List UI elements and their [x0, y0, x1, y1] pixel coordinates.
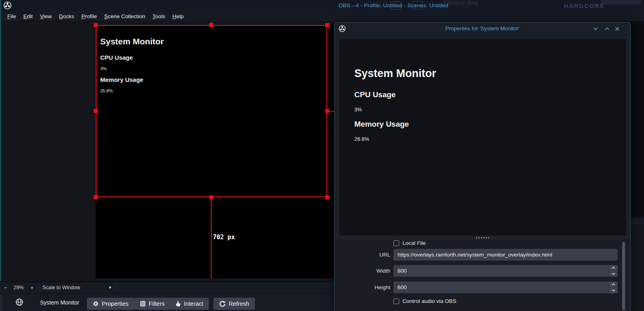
obs-logo-icon: [3, 1, 12, 10]
handle-mid-left[interactable]: [94, 109, 98, 113]
overlay-mem-value: 26.8%: [354, 136, 436, 142]
chevron-up-icon: [612, 267, 615, 269]
interact-hand-icon: [175, 301, 181, 307]
menu-edit[interactable]: Edit: [20, 12, 36, 21]
menu-view[interactable]: View: [36, 12, 55, 21]
refresh-icon: [219, 301, 226, 307]
height-input[interactable]: [394, 282, 618, 293]
interact-button[interactable]: Interact: [169, 298, 209, 310]
local-file-row: Local File: [394, 240, 426, 246]
width-label: Width: [350, 268, 390, 274]
handle-bottom-left[interactable]: [94, 195, 98, 199]
zoom-level: 29%: [11, 285, 27, 290]
filters-button[interactable]: Filters: [134, 298, 170, 310]
toolbar-separator: [40, 284, 40, 292]
overlay-cpu-label: CPU Usage: [354, 90, 436, 99]
source-properties-preview: System Monitor CPU Usage 3% Memory Usage…: [339, 39, 626, 236]
control-audio-row: Control audio via OBS: [394, 298, 457, 304]
width-input[interactable]: [394, 265, 618, 277]
overlay-title: System Monitor: [354, 67, 436, 80]
chevron-down-icon: [612, 289, 615, 292]
width-step-down[interactable]: [609, 271, 618, 277]
gear-icon: [93, 301, 99, 307]
handle-mid-right[interactable]: [325, 109, 329, 113]
local-file-checkbox[interactable]: [394, 240, 399, 246]
chevron-up-icon[interactable]: [604, 26, 610, 31]
url-label: URL: [350, 252, 390, 258]
dock-edge-highlight: [0, 0, 1, 281]
properties-form: Local File URL Width Height: [335, 240, 630, 311]
dock-edge: [0, 295, 2, 311]
chevron-up-icon: [612, 283, 615, 286]
scrollbar-thumb[interactable]: [622, 242, 625, 310]
handle-top-left[interactable]: [94, 23, 98, 27]
form-scrollbar: [622, 241, 625, 311]
overlay-mem-label: Memory Usage: [354, 120, 436, 129]
chevron-down-icon[interactable]: ▼: [108, 286, 112, 290]
ghost-artifact-box: [412, 1, 423, 10]
ghost-artifact-bar: [601, 0, 641, 4]
source-selection-box[interactable]: [96, 25, 327, 197]
height-step-up[interactable]: [609, 282, 618, 288]
menu-file[interactable]: File: [4, 12, 20, 21]
overlay-cpu-value: 3%: [354, 106, 436, 113]
handle-bottom-center[interactable]: [209, 195, 213, 199]
ghost-artifact-watermark: HARDCORE: [564, 3, 605, 9]
source-toolbar: System Monitor Properties Filters Intera: [0, 293, 334, 311]
menu-bar: File Edit View Docks Profile Scene Colle…: [0, 11, 644, 21]
toolbar-separator: [117, 284, 117, 292]
dialog-title: Properties for 'System Monitor': [335, 25, 630, 31]
chevron-down-icon[interactable]: [593, 26, 598, 31]
interact-button-label: Interact: [184, 301, 203, 307]
handle-top-center[interactable]: [209, 23, 213, 27]
height-step-down[interactable]: [609, 288, 618, 293]
close-icon[interactable]: [615, 26, 620, 31]
obs-main-window: OBS --4 - Profile: Untitled - Scenes: Un…: [0, 0, 644, 311]
refresh-button[interactable]: Refresh: [213, 298, 255, 310]
chevron-down-icon: [612, 273, 615, 275]
measure-guide-bottom: [211, 197, 212, 278]
width-step-up[interactable]: [609, 265, 618, 271]
ghost-artifact-text: Filmene dine: [444, 0, 478, 6]
menu-docks[interactable]: Docks: [55, 12, 78, 21]
filters-icon: [140, 301, 146, 307]
properties-button-label: Properties: [102, 301, 128, 307]
url-input[interactable]: [394, 249, 618, 261]
properties-dialog: Properties for 'System Monitor' System M…: [334, 22, 631, 311]
handle-top-right[interactable]: [325, 23, 329, 27]
preview-splitter-handle[interactable]: [335, 236, 630, 240]
ghost-artifact-box: [390, 1, 401, 10]
menu-tools[interactable]: Tools: [149, 12, 169, 21]
height-stepper: [608, 282, 618, 293]
zoom-in-button[interactable]: +: [27, 284, 37, 291]
scale-mode-select[interactable]: Scale to Window: [42, 285, 80, 290]
preview-zoom-toolbar: − 29% + Scale to Window ▼: [0, 281, 334, 293]
menu-help[interactable]: Help: [169, 12, 187, 21]
window-titlebar: OBS --4 - Profile: Untitled - Scenes: Un…: [0, 0, 644, 11]
refresh-button-label: Refresh: [229, 301, 249, 307]
measure-label: 702 px: [213, 234, 235, 241]
width-stepper: [608, 265, 618, 277]
dialog-titlebar[interactable]: Properties for 'System Monitor': [335, 23, 630, 35]
selected-source-name: System Monitor: [40, 299, 79, 306]
menu-scene-collection[interactable]: Scene Collection: [101, 12, 149, 21]
height-label: Height: [350, 284, 390, 290]
zoom-out-button[interactable]: −: [0, 284, 11, 291]
control-audio-label: Control audio via OBS: [402, 298, 457, 304]
browser-source-content: System Monitor CPU Usage 3% Memory Usage…: [354, 67, 436, 149]
properties-button[interactable]: Properties: [87, 298, 134, 310]
local-file-label: Local File: [402, 240, 426, 246]
control-audio-checkbox[interactable]: [394, 298, 399, 304]
menu-profile[interactable]: Profile: [78, 12, 101, 21]
window-right-region: [631, 21, 644, 311]
browser-source-icon: [15, 298, 23, 306]
filters-button-label: Filters: [149, 301, 164, 307]
handle-bottom-right[interactable]: [325, 195, 329, 199]
